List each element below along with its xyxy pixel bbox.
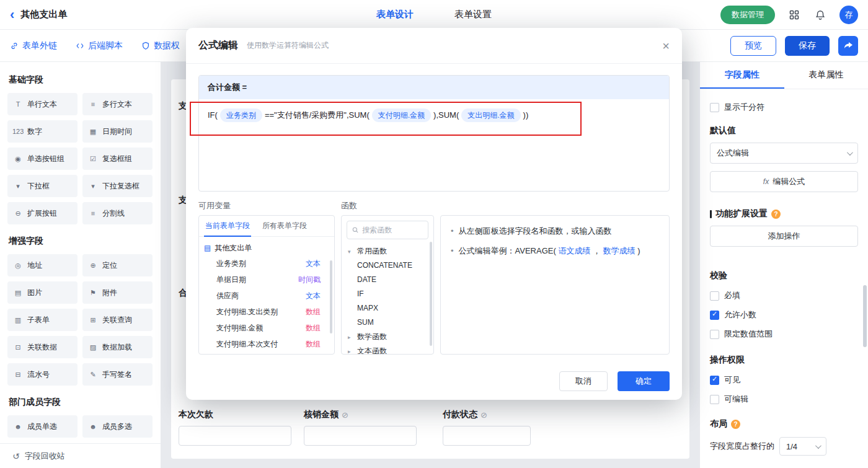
scrollbar-thumb[interactable]	[863, 285, 867, 347]
field-input[interactable]	[179, 426, 291, 446]
scrollbar-thumb[interactable]	[330, 260, 332, 333]
palette-item[interactable]: ✎ 手写签名	[82, 363, 153, 386]
preview-button[interactable]: 预览	[730, 36, 776, 56]
properties-tab[interactable]: 字段属性	[700, 62, 784, 89]
function-search[interactable]	[347, 221, 428, 239]
field-width-select[interactable]: 1/4	[779, 437, 826, 456]
formula-part[interactable]: =="支付销售/采购费用",SUM(	[265, 110, 370, 120]
formula-part[interactable]: 业务类别	[220, 108, 262, 122]
palette-item[interactable]: 123 数字	[7, 120, 78, 143]
palette-item[interactable]: ▦ 日期时间	[82, 120, 153, 143]
palette-item[interactable]: ☻ 成员多选	[82, 415, 153, 438]
palette-item[interactable]: ◎ 地址	[7, 254, 78, 276]
field-type-icon: 123	[12, 128, 24, 135]
checkbox-row[interactable]: 可见	[710, 374, 858, 386]
variable-field-row[interactable]: 供应商 文本	[204, 288, 329, 304]
field-input[interactable]	[443, 426, 531, 446]
formula-part[interactable]: ),SUM(	[433, 110, 459, 120]
close-icon[interactable]: ×	[662, 40, 670, 52]
properties-tab[interactable]: 表单属性	[784, 62, 868, 89]
scrollbar-thumb[interactable]	[430, 242, 432, 346]
palette-item[interactable]: ⊡ 关联数据	[7, 336, 78, 358]
palette-item[interactable]: ▾ 下拉复选框	[82, 175, 153, 197]
formula-input[interactable]: IF(业务类别=="支付销售/采购费用",SUM(支付明细.金额),SUM(支出…	[199, 99, 669, 131]
edit-formula-button[interactable]: fx 编辑公式	[710, 171, 858, 192]
confirm-button[interactable]: 确定	[618, 371, 670, 391]
palette-item[interactable]: ⊞ 关联查询	[82, 309, 153, 331]
checkbox[interactable]	[710, 311, 719, 320]
back-icon[interactable]: ‹	[10, 8, 14, 22]
palette-item[interactable]: ☑ 复选框组	[82, 148, 153, 170]
topbar-tab[interactable]: 表单设置	[454, 9, 492, 20]
palette-item[interactable]: ⊖ 扩展按钮	[7, 202, 78, 224]
formula-part[interactable]: ))	[523, 110, 529, 120]
formula-part[interactable]: 支出明细.金额	[461, 108, 520, 122]
bell-icon[interactable]	[813, 8, 827, 22]
palette-item[interactable]: ⚑ 附件	[82, 281, 153, 304]
tree-root-form[interactable]: ▤ 其他支出单	[204, 241, 329, 255]
checkbox[interactable]	[710, 395, 719, 404]
function-group-text[interactable]: ▸ 文本函数	[348, 344, 427, 355]
variable-field-row[interactable]: 单据日期 时间戳	[204, 272, 329, 288]
save-button[interactable]: 保存	[785, 36, 830, 56]
variable-field-row[interactable]: 支付明细.支出类别 数组	[204, 304, 329, 320]
data-manage-button[interactable]: 数据管理	[720, 6, 775, 24]
checkbox-row[interactable]: 限定数值范围	[710, 329, 858, 340]
palette-item[interactable]: ☻ 成员单选	[7, 415, 78, 438]
thousand-separator-row[interactable]: 显示千分符	[710, 102, 858, 113]
checkbox-row[interactable]: 必填	[710, 290, 858, 301]
palette-item[interactable]: ▾ 下拉框	[7, 175, 78, 197]
toolbar-actions: 预览 保存	[730, 36, 858, 56]
function-search-input[interactable]	[362, 226, 423, 234]
apps-icon[interactable]	[787, 8, 801, 22]
backend-script-link[interactable]: 后端脚本	[76, 40, 123, 51]
palette-item[interactable]: ▨ 数据加载	[82, 336, 153, 358]
palette-item[interactable]: ≡ 多行文本	[82, 93, 153, 115]
variable-field-row[interactable]: 支付明细.金额 数组	[204, 320, 329, 336]
checkbox-row[interactable]: 可编辑	[710, 394, 858, 405]
palette-item[interactable]: T 单行文本	[7, 93, 78, 115]
formula-part[interactable]: IF(	[208, 110, 218, 120]
palette-item[interactable]: ⊕ 定位	[82, 254, 153, 276]
palette-item[interactable]: ▥ 子表单	[7, 309, 78, 331]
caret-down-icon: ▾	[348, 249, 354, 255]
variable-field-row[interactable]: 支付明细.本次支付 数组	[204, 336, 329, 352]
palette-item[interactable]: ⊟ 流水号	[7, 363, 78, 386]
palette-item[interactable]: ▤ 图片	[7, 281, 78, 304]
field-label: 付款状态	[443, 409, 477, 420]
function-item[interactable]: SUM	[348, 316, 427, 330]
function-item[interactable]: IF	[348, 287, 427, 301]
avatar[interactable]: 存	[839, 6, 858, 24]
field-recycle-bin[interactable]: ↺ 字段回收站	[0, 443, 161, 468]
permission-title: 操作权限	[710, 355, 858, 366]
checkbox[interactable]	[710, 330, 719, 339]
variables-tab[interactable]: 当前表单字段	[199, 216, 256, 236]
function-item[interactable]: MAPX	[348, 301, 427, 316]
help-icon[interactable]: ?	[771, 210, 781, 219]
palette-item-label: 图片	[27, 288, 42, 298]
checkbox[interactable]	[710, 376, 719, 385]
palette-item[interactable]: ◉ 单选按钮组	[7, 148, 78, 170]
field-input[interactable]	[304, 426, 417, 446]
function-group-math[interactable]: ▸ 数学函数	[348, 330, 427, 344]
share-button[interactable]	[838, 36, 858, 56]
tips-panel: • 从左侧面板选择字段名和函数，或输入函数 • 公式编辑举例：AVERAGE( …	[440, 215, 670, 355]
formula-part[interactable]: 支付明细.金额	[372, 108, 431, 122]
default-value-select[interactable]: 公式编辑	[710, 143, 858, 164]
function-group-common[interactable]: ▾ 常用函数	[348, 244, 427, 258]
cancel-button[interactable]: 取消	[559, 371, 608, 391]
palette-item[interactable]: ≡ 分割线	[82, 202, 153, 224]
topbar-tab[interactable]: 表单设计	[376, 9, 414, 20]
checkbox[interactable]	[710, 103, 719, 112]
variables-tab[interactable]: 所有表单字段	[256, 216, 313, 236]
function-item[interactable]: CONCATENATE	[348, 258, 427, 273]
variables-panel: 当前表单字段所有表单字段 ▤ 其他支出单 业务类别 文本 单据	[198, 215, 335, 355]
checkbox[interactable]	[710, 291, 719, 301]
checkbox-row[interactable]: 允许小数	[710, 309, 858, 320]
data-permission-link[interactable]: 数据权	[141, 40, 180, 51]
help-icon[interactable]: ?	[731, 420, 740, 429]
variable-field-row[interactable]: 业务类别 文本	[204, 255, 329, 272]
function-item[interactable]: DATE	[348, 273, 427, 287]
add-action-button[interactable]: 添加操作	[710, 226, 858, 247]
form-external-link[interactable]: 表单外链	[10, 40, 57, 51]
